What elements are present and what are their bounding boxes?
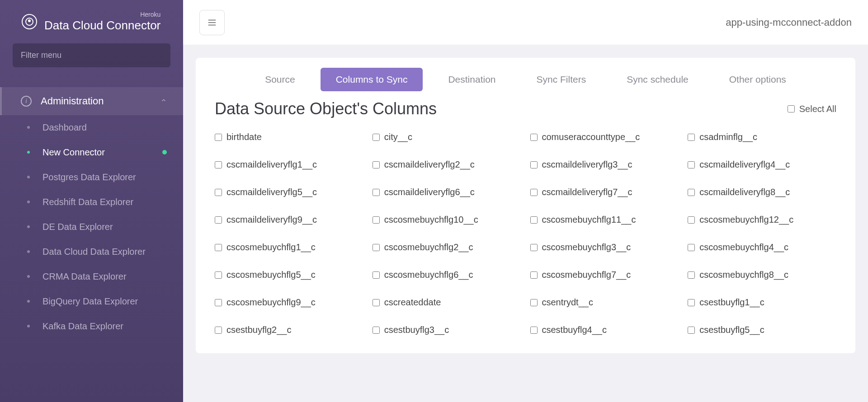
column-item[interactable]: cscosmebuychflg8__c	[688, 270, 836, 280]
column-checkbox[interactable]	[688, 216, 695, 224]
column-item[interactable]: cscosmebuychflg4__c	[688, 242, 836, 252]
column-item[interactable]: cscmaildeliveryflg3__c	[530, 159, 679, 170]
column-checkbox[interactable]	[215, 189, 222, 196]
tab[interactable]: Source	[250, 68, 311, 91]
column-item[interactable]: csestbuyflg1__c	[688, 297, 836, 308]
column-checkbox[interactable]	[373, 327, 380, 334]
tab[interactable]: Other options	[714, 68, 802, 91]
column-item[interactable]: cscmaildeliveryflg4__c	[688, 159, 836, 170]
column-checkbox[interactable]	[215, 134, 222, 141]
sidebar-item[interactable]: Redshift Data Explorer	[0, 190, 183, 215]
sidebar-item-label: DE Data Explorer	[42, 222, 113, 232]
column-checkbox[interactable]	[688, 161, 695, 168]
select-all-checkbox[interactable]	[788, 105, 795, 112]
column-item[interactable]: cscosmebuychflg5__c	[215, 270, 363, 280]
column-checkbox[interactable]	[373, 299, 380, 306]
column-item[interactable]: cscmaildeliveryflg9__c	[215, 215, 363, 225]
sidebar-item[interactable]: DE Data Explorer	[0, 215, 183, 239]
column-item[interactable]: cscmaildeliveryflg8__c	[688, 187, 836, 197]
chevron-up-icon	[160, 97, 167, 105]
column-item[interactable]: cscosmebuychflg1__c	[215, 242, 363, 252]
column-checkbox[interactable]	[530, 216, 538, 224]
column-item[interactable]: csestbuyflg2__c	[215, 325, 363, 335]
column-checkbox[interactable]	[530, 189, 538, 196]
column-checkbox[interactable]	[373, 189, 380, 196]
column-item[interactable]: cscmaildeliveryflg6__c	[373, 187, 521, 197]
column-checkbox[interactable]	[215, 271, 222, 279]
sidebar-item[interactable]: Data Cloud Data Explorer	[0, 239, 183, 264]
column-checkbox[interactable]	[215, 161, 222, 168]
column-checkbox[interactable]	[373, 216, 380, 224]
config-panel: SourceColumns to SyncDestinationSync Fil…	[196, 58, 855, 353]
column-item[interactable]: cscmaildeliveryflg2__c	[373, 159, 521, 170]
column-item[interactable]: cscosmebuychflg10__c	[373, 215, 521, 225]
column-checkbox[interactable]	[215, 244, 222, 251]
column-checkbox[interactable]	[215, 216, 222, 224]
column-label: cscosmebuychflg7__c	[542, 270, 631, 280]
tab[interactable]: Columns to Sync	[321, 68, 423, 91]
column-checkbox[interactable]	[373, 161, 380, 168]
column-checkbox[interactable]	[688, 189, 695, 196]
column-item[interactable]: csestbuyflg5__c	[688, 325, 836, 335]
column-checkbox[interactable]	[530, 299, 538, 306]
column-item[interactable]: cscosmebuychflg3__c	[530, 242, 679, 252]
filter-menu-input[interactable]	[13, 43, 170, 67]
app-name-label: app-using-mcconnect-addon	[726, 17, 852, 28]
column-checkbox[interactable]	[215, 327, 222, 334]
column-item[interactable]: cscosmebuychflg6__c	[373, 270, 521, 280]
sidebar-item[interactable]: Kafka Data Explorer	[0, 314, 183, 339]
sidebar-item-label: New Connector	[42, 147, 105, 158]
sidebar-item[interactable]: Postgres Data Explorer	[0, 165, 183, 190]
column-item[interactable]: cscosmebuychflg12__c	[688, 215, 836, 225]
column-item[interactable]: csestbuyflg3__c	[373, 325, 521, 335]
column-item[interactable]: cscmaildeliveryflg5__c	[215, 187, 363, 197]
active-indicator-icon	[162, 150, 167, 154]
sidebar-item[interactable]: New Connector	[0, 140, 183, 165]
sidebar-item[interactable]: Dashboard	[0, 115, 183, 140]
column-item[interactable]: cscmaildeliveryflg1__c	[215, 159, 363, 170]
column-label: cscmaildeliveryflg4__c	[699, 159, 790, 170]
select-all-toggle[interactable]: Select All	[788, 104, 836, 114]
column-checkbox[interactable]	[530, 327, 538, 334]
column-checkbox[interactable]	[530, 134, 538, 141]
column-checkbox[interactable]	[373, 134, 380, 141]
column-checkbox[interactable]	[688, 299, 695, 306]
column-checkbox[interactable]	[373, 244, 380, 251]
column-checkbox[interactable]	[688, 271, 695, 279]
tab[interactable]: Sync Filters	[521, 68, 601, 91]
tab[interactable]: Sync schedule	[611, 68, 704, 91]
columns-grid: birthdatecity__ccomuseraccounttype__ccsa…	[215, 127, 836, 335]
column-checkbox[interactable]	[215, 299, 222, 306]
section-title: Data Source Object's Columns	[215, 99, 437, 118]
tabs: SourceColumns to SyncDestinationSync Fil…	[215, 68, 836, 91]
column-item[interactable]: city__c	[373, 132, 521, 142]
tab[interactable]: Destination	[433, 68, 511, 91]
column-item[interactable]: cscosmebuychflg11__c	[530, 215, 679, 225]
column-item[interactable]: csentrydt__c	[530, 297, 679, 308]
column-item[interactable]: cscreateddate	[373, 297, 521, 308]
column-item[interactable]: cscosmebuychflg7__c	[530, 270, 679, 280]
sidebar-item[interactable]: BigQuery Data Explorer	[0, 289, 183, 314]
column-item[interactable]: csadminflg__c	[688, 132, 836, 142]
column-item[interactable]: birthdate	[215, 132, 363, 142]
column-item[interactable]: cscmaildeliveryflg7__c	[530, 187, 679, 197]
column-label: cscmaildeliveryflg7__c	[542, 187, 632, 197]
column-checkbox[interactable]	[373, 271, 380, 279]
column-checkbox[interactable]	[688, 244, 695, 251]
menu-toggle-button[interactable]	[199, 10, 225, 35]
column-label: csestbuyflg1__c	[699, 297, 764, 308]
column-checkbox[interactable]	[530, 161, 538, 168]
sidebar-item[interactable]: CRMA Data Explorer	[0, 264, 183, 289]
column-checkbox[interactable]	[530, 244, 538, 251]
column-checkbox[interactable]	[688, 134, 695, 141]
column-checkbox[interactable]	[530, 271, 538, 279]
column-label: cscosmebuychflg10__c	[384, 215, 478, 225]
column-item[interactable]: comuseraccounttype__c	[530, 132, 679, 142]
column-item[interactable]: csestbuyflg4__c	[530, 325, 679, 335]
column-label: csadminflg__c	[699, 132, 757, 142]
column-item[interactable]: cscosmebuychflg2__c	[373, 242, 521, 252]
nav-section-administration[interactable]: i Administration	[0, 87, 183, 115]
column-item[interactable]: cscosmebuychflg9__c	[215, 297, 363, 308]
sidebar-item-label: Redshift Data Explorer	[42, 197, 133, 207]
column-checkbox[interactable]	[688, 327, 695, 334]
